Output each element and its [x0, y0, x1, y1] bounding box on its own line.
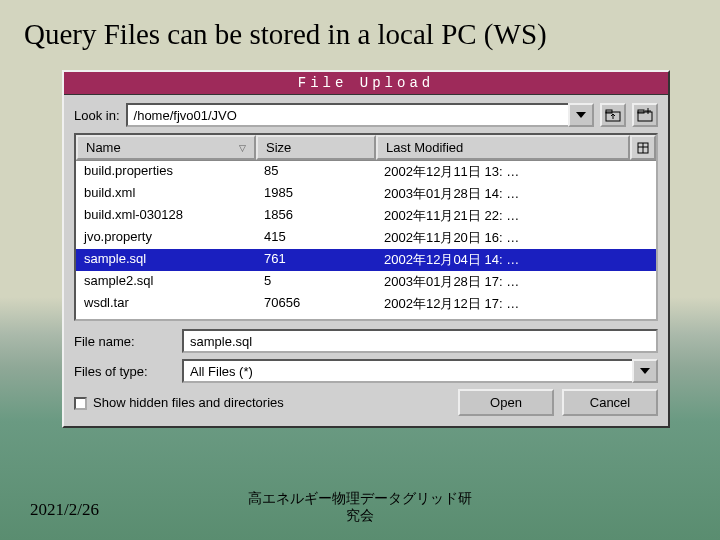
- file-name-cell: sample.sql: [76, 250, 256, 270]
- svg-marker-10: [640, 368, 650, 374]
- column-header-name[interactable]: Name ▽: [76, 135, 256, 160]
- new-folder-button[interactable]: [632, 103, 658, 127]
- filename-input[interactable]: sample.sql: [182, 329, 658, 353]
- footer-date: 2021/2/26: [30, 500, 99, 520]
- file-modified-cell: 2002年12月11日 13: …: [376, 162, 656, 182]
- filename-label: File name:: [74, 334, 174, 349]
- file-name-cell: jvo.property: [76, 228, 256, 248]
- footer-org-line2: 究会: [248, 507, 472, 524]
- cancel-button[interactable]: Cancel: [562, 389, 658, 416]
- file-modified-cell: 2002年12月04日 14: …: [376, 250, 656, 270]
- new-folder-icon: [637, 108, 653, 122]
- file-name-cell: wsdl.tar: [76, 294, 256, 314]
- file-size-cell: 70656: [256, 294, 376, 314]
- column-size-label: Size: [266, 140, 291, 155]
- file-size-cell: 415: [256, 228, 376, 248]
- open-button[interactable]: Open: [458, 389, 554, 416]
- column-modified-label: Last Modified: [386, 140, 463, 155]
- file-size-cell: 761: [256, 250, 376, 270]
- footer-org: 高エネルギー物理データグリッド研 究会: [248, 490, 472, 524]
- dialog-titlebar: File Upload: [64, 72, 668, 95]
- lookin-path[interactable]: /home/fjvo01/JVO: [126, 103, 568, 127]
- file-modified-cell: 2002年12月12日 17: …: [376, 294, 656, 314]
- slide-title: Query Files can be stored in a local PC …: [0, 0, 720, 59]
- filetype-select[interactable]: All Files (*): [182, 359, 632, 383]
- column-name-label: Name: [86, 140, 121, 155]
- up-folder-icon: [605, 108, 621, 122]
- column-header-modified[interactable]: Last Modified: [376, 135, 630, 160]
- column-config-button[interactable]: [630, 135, 656, 160]
- file-name-cell: build.properties: [76, 162, 256, 182]
- filetype-dropdown-button[interactable]: [632, 359, 658, 383]
- file-size-cell: 85: [256, 162, 376, 182]
- file-upload-dialog: File Upload Look in: /home/fjvo01/JVO: [62, 70, 670, 428]
- file-row[interactable]: build.xml19852003年01月28日 14: …: [76, 183, 656, 205]
- show-hidden-checkbox[interactable]: [74, 397, 87, 410]
- file-size-cell: 1856: [256, 206, 376, 226]
- chevron-down-icon: [640, 368, 650, 374]
- file-list-pane: Name ▽ Size Last Modified: [74, 133, 658, 321]
- file-modified-cell: 2002年11月21日 22: …: [376, 206, 656, 226]
- file-row[interactable]: sample.sql7612002年12月04日 14: …: [76, 249, 656, 271]
- file-name-cell: build.xml: [76, 184, 256, 204]
- file-row[interactable]: build.xml-03012818562002年11月21日 22: …: [76, 205, 656, 227]
- file-name-cell: build.xml-030128: [76, 206, 256, 226]
- lookin-dropdown-button[interactable]: [568, 103, 594, 127]
- file-modified-cell: 2003年01月28日 17: …: [376, 272, 656, 292]
- svg-marker-0: [576, 112, 586, 118]
- file-size-cell: 5: [256, 272, 376, 292]
- file-modified-cell: 2003年01月28日 14: …: [376, 184, 656, 204]
- file-row[interactable]: build.properties852002年12月11日 13: …: [76, 161, 656, 183]
- sort-indicator-icon: ▽: [239, 143, 246, 153]
- up-folder-button[interactable]: [600, 103, 626, 127]
- file-row[interactable]: sample2.sql52003年01月28日 17: …: [76, 271, 656, 293]
- footer-org-line1: 高エネルギー物理データグリッド研: [248, 490, 472, 507]
- list-config-icon: [637, 142, 649, 154]
- file-row[interactable]: wsdl.tar706562002年12月12日 17: …: [76, 293, 656, 315]
- chevron-down-icon: [576, 112, 586, 118]
- show-hidden-label: Show hidden files and directories: [93, 395, 284, 411]
- lookin-label: Look in:: [74, 108, 120, 123]
- filetype-label: Files of type:: [74, 364, 174, 379]
- file-size-cell: 1985: [256, 184, 376, 204]
- file-name-cell: sample2.sql: [76, 272, 256, 292]
- file-row[interactable]: jvo.property4152002年11月20日 16: …: [76, 227, 656, 249]
- file-modified-cell: 2002年11月20日 16: …: [376, 228, 656, 248]
- column-header-size[interactable]: Size: [256, 135, 376, 160]
